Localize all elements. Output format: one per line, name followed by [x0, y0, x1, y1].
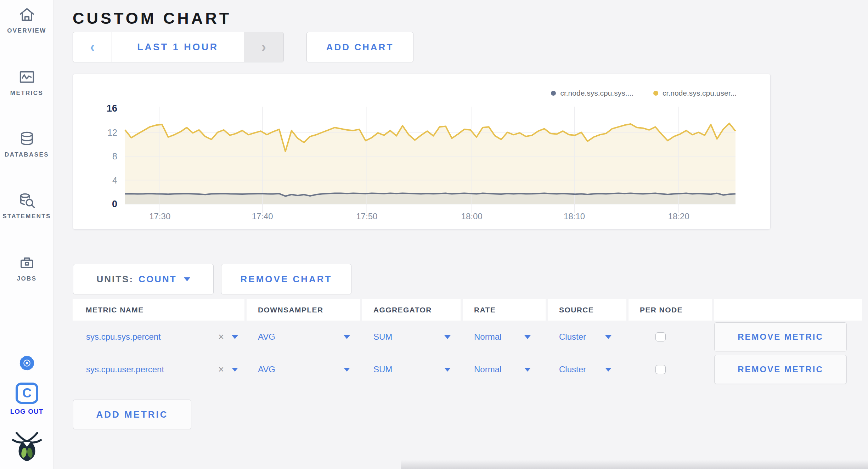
legend-dot-sys	[551, 91, 556, 96]
jobs-icon	[17, 254, 36, 272]
svg-text:17:30: 17:30	[149, 211, 170, 221]
svg-text:C: C	[22, 386, 32, 400]
header-cell-actions	[714, 299, 862, 321]
chevron-right-icon: ›	[261, 40, 266, 54]
time-next-button[interactable]: ›	[244, 32, 283, 62]
source-dropdown[interactable]: Cluster	[559, 332, 626, 342]
caret-down-icon	[184, 277, 190, 281]
sidebar-item-label: METRICS	[10, 90, 43, 97]
cockroach-bug-logo	[0, 428, 53, 463]
header-cell-aggregator: AGGREGATOR	[362, 299, 461, 321]
page-title: CUSTOM CHART	[73, 9, 231, 28]
remove-metric-button[interactable]: REMOVE METRIC	[714, 355, 847, 384]
metrics-icon	[17, 68, 36, 86]
databases-icon	[17, 130, 36, 148]
svg-text:4: 4	[112, 175, 117, 185]
sidebar-item-label: OVERVIEW	[7, 27, 46, 34]
rate-dropdown[interactable]: Normal	[474, 332, 546, 342]
svg-text:17:50: 17:50	[356, 211, 377, 221]
sidebar-item-overview[interactable]: OVERVIEW	[0, 6, 53, 34]
svg-text:16: 16	[107, 103, 117, 114]
legend-item-user[interactable]: cr.node.sys.cpu.user...	[653, 89, 737, 97]
caret-down-icon	[232, 368, 238, 372]
metric-name-dropdown[interactable]: sys.cpu.user.percent	[86, 365, 164, 374]
header-cell-metric-name: METRIC NAME	[73, 299, 244, 321]
chart-legend: cr.node.sys.cpu.sys.... cr.node.sys.cpu.…	[551, 89, 737, 97]
svg-text:18:20: 18:20	[668, 211, 689, 221]
add-metric-button[interactable]: ADD METRIC	[73, 400, 191, 429]
metric-row: sys.cpu.sys.percent × AVG SUM Normal Clu…	[73, 321, 863, 353]
header-cell-rate: RATE	[463, 299, 546, 321]
caret-down-icon	[444, 335, 451, 339]
per-node-checkbox[interactable]	[655, 365, 666, 374]
legend-label: cr.node.sys.cpu.user...	[663, 89, 737, 97]
rate-dropdown[interactable]: Normal	[474, 365, 546, 374]
timeseries-chart: 17:3017:4017:5018:0018:1018:200481216	[73, 74, 771, 230]
main-content: CUSTOM CHART ‹ LAST 1 HOUR › ADD CHART 1…	[53, 0, 868, 469]
sidebar-item-label: DATABASES	[5, 151, 49, 158]
caret-down-icon	[344, 368, 350, 372]
units-label: UNITS:	[96, 274, 134, 285]
remove-chart-button[interactable]: REMOVE CHART	[221, 264, 351, 294]
caret-down-icon	[524, 335, 531, 339]
caret-down-icon	[444, 368, 451, 372]
time-range-selector: ‹ LAST 1 HOUR ›	[73, 32, 284, 62]
header-cell-source: SOURCE	[548, 299, 626, 321]
svg-text:8: 8	[112, 151, 117, 161]
svg-text:18:00: 18:00	[461, 211, 483, 221]
svg-text:12: 12	[107, 128, 117, 137]
svg-text:17:40: 17:40	[252, 211, 273, 221]
svg-text:0: 0	[112, 199, 117, 209]
svg-text:18:10: 18:10	[564, 211, 585, 221]
add-chart-button[interactable]: ADD CHART	[306, 32, 413, 62]
metric-row: sys.cpu.user.percent × AVG SUM Normal Cl…	[73, 353, 863, 386]
sidebar-item-databases[interactable]: DATABASES	[0, 130, 53, 158]
aggregator-dropdown[interactable]: SUM	[373, 365, 461, 374]
source-dropdown[interactable]: Cluster	[559, 365, 626, 374]
chart-card: 17:3017:4017:5018:0018:1018:200481216 cr…	[73, 74, 771, 230]
settings-button[interactable]	[0, 354, 53, 373]
legend-label: cr.node.sys.cpu.sys....	[560, 89, 633, 97]
metric-clear-button[interactable]: ×	[218, 332, 224, 343]
cockroach-c-logo-icon: C	[15, 382, 39, 405]
statements-icon	[17, 191, 36, 210]
downsampler-dropdown[interactable]: AVG	[258, 365, 360, 374]
sidebar-item-metrics[interactable]: METRICS	[0, 68, 53, 97]
caret-down-icon	[524, 368, 531, 372]
metric-name-dropdown[interactable]: sys.cpu.sys.percent	[86, 332, 161, 342]
downsampler-dropdown[interactable]: AVG	[258, 332, 360, 342]
legend-item-sys[interactable]: cr.node.sys.cpu.sys....	[551, 89, 633, 97]
gear-icon	[17, 354, 36, 373]
units-dropdown[interactable]: UNITS: COUNT	[73, 264, 214, 294]
caret-down-icon	[605, 368, 611, 372]
metric-clear-button[interactable]: ×	[218, 364, 224, 375]
metrics-table-header: METRIC NAME DOWNSAMPLER AGGREGATOR RATE …	[73, 299, 863, 321]
metrics-table-body: sys.cpu.sys.percent × AVG SUM Normal Clu…	[73, 321, 863, 386]
time-range-label[interactable]: LAST 1 HOUR	[112, 32, 244, 62]
legend-dot-user	[653, 91, 658, 96]
sidebar-item-label: STATEMENTS	[2, 213, 51, 220]
remove-metric-button[interactable]: REMOVE METRIC	[714, 322, 847, 351]
time-prev-button[interactable]: ‹	[73, 32, 112, 62]
caret-down-icon	[232, 335, 238, 339]
sidebar-item-label: JOBS	[17, 275, 37, 282]
sidebar: OVERVIEW METRICS DATABASES	[0, 0, 54, 469]
header-cell-per-node: PER NODE	[629, 299, 712, 321]
caret-down-icon	[344, 335, 350, 339]
chevron-left-icon: ‹	[90, 40, 95, 54]
sidebar-item-jobs[interactable]: JOBS	[0, 254, 53, 282]
caret-down-icon	[605, 335, 611, 339]
home-icon	[17, 6, 36, 24]
logout-button[interactable]: C LOG OUT	[0, 382, 53, 416]
logout-label: LOG OUT	[10, 408, 44, 416]
units-value: COUNT	[139, 274, 176, 285]
header-cell-downsampler: DOWNSAMPLER	[247, 299, 360, 321]
sidebar-item-statements[interactable]: STATEMENTS	[0, 191, 53, 220]
aggregator-dropdown[interactable]: SUM	[373, 332, 461, 342]
next-card-shadow	[401, 460, 868, 469]
per-node-checkbox[interactable]	[655, 332, 666, 341]
